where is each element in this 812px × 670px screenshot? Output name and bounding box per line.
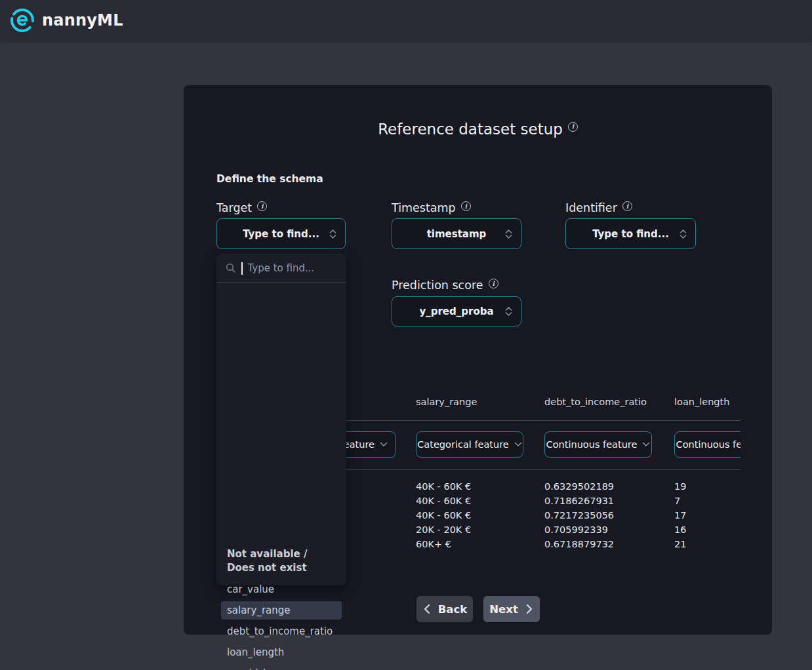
- table-cell: 0.6718879732: [544, 537, 614, 551]
- chevron-down-icon: [642, 442, 650, 447]
- target-label-row: Target i: [216, 201, 267, 214]
- back-button-label: Back: [438, 603, 467, 616]
- chevron-updown-icon: [329, 228, 337, 239]
- timestamp-select-value: timestamp: [427, 228, 487, 240]
- dropdown-item[interactable]: debt_to_income_ratio: [221, 622, 342, 640]
- table-cell: 17: [674, 508, 686, 522]
- dropdown-item[interactable]: loan_length: [221, 643, 342, 661]
- table-cell: 0.6329502189: [544, 479, 614, 494]
- table-cell: 40K - 60K €: [416, 494, 471, 508]
- table-cell: 21: [674, 537, 686, 551]
- target-label: Target: [216, 201, 252, 214]
- dropdown-item-not-available[interactable]: Not available / Does not exist: [227, 547, 329, 575]
- brand-ml: ML: [97, 11, 123, 30]
- table-cell: 16: [674, 522, 686, 537]
- next-button-label: Next: [489, 603, 518, 616]
- timestamp-info-icon[interactable]: i: [461, 201, 471, 211]
- identifier-select-value: Type to find...: [592, 228, 669, 240]
- table-cell: 60K+ €: [416, 537, 451, 551]
- dropdown-item-highlighted[interactable]: salary_range: [221, 601, 342, 620]
- table-cell: 20K - 20K €: [416, 522, 471, 537]
- feature-type-value: Continuous feature: [546, 439, 638, 450]
- feature-type-select[interactable]: Continuous feature: [674, 431, 741, 458]
- chevron-right-icon: [525, 604, 534, 614]
- dropdown-search-input[interactable]: Type to find...: [216, 254, 346, 283]
- timestamp-label-row: Timestamp i: [392, 201, 471, 214]
- prediction-score-info-icon[interactable]: i: [489, 279, 498, 288]
- feature-type-select[interactable]: Continuous feature: [544, 431, 652, 458]
- title-info-icon[interactable]: i: [568, 122, 578, 132]
- chevron-updown-icon: [504, 306, 513, 317]
- brand-nanny: nanny: [42, 11, 97, 30]
- target-dropdown-panel: Type to find... Not available / Does not…: [216, 254, 346, 585]
- prediction-score-select-value: y_pred_proba: [419, 305, 493, 317]
- search-placeholder: Type to find...: [248, 262, 315, 274]
- feature-type-select[interactable]: Categorical feature: [416, 431, 523, 458]
- identifier-select[interactable]: Type to find...: [565, 218, 696, 249]
- column-header: salary_range: [416, 397, 477, 407]
- prediction-score-label-row: Prediction score i: [392, 279, 498, 292]
- search-icon: [226, 263, 236, 273]
- table-cell: 0.705992339: [544, 522, 608, 537]
- brand-text: nannyML: [42, 11, 123, 30]
- target-select-value: Type to find...: [243, 228, 319, 240]
- text-caret: [241, 262, 243, 275]
- chevron-down-icon: [380, 442, 388, 447]
- navbar: nannyML: [0, 0, 812, 41]
- nannyml-logo-icon: [9, 7, 35, 33]
- table-cell: 0.7186267931: [544, 494, 614, 508]
- identifier-label-row: Identifier i: [565, 201, 632, 214]
- column-header: debt_to_income_ratio: [544, 397, 647, 407]
- feature-type-value: Categorical feature: [417, 439, 509, 450]
- table-cell: 0.7217235056: [544, 508, 614, 522]
- brand[interactable]: nannyML: [9, 7, 123, 33]
- column-header: loan_length: [674, 397, 729, 407]
- chevron-left-icon: [422, 604, 432, 614]
- dropdown-item[interactable]: car_value: [221, 580, 342, 599]
- page: nannyML Reference dataset setupi Define …: [0, 0, 812, 670]
- back-button[interactable]: Back: [416, 596, 473, 622]
- dropdown-item[interactable]: repaid_loan_on_prev_car: [221, 664, 342, 670]
- timestamp-label: Timestamp: [392, 201, 456, 214]
- page-title-row: Reference dataset setupi: [184, 121, 772, 138]
- next-button[interactable]: Next: [483, 596, 540, 622]
- identifier-info-icon[interactable]: i: [622, 201, 632, 211]
- table-cell: 19: [674, 479, 686, 494]
- chevron-down-icon: [514, 442, 522, 447]
- page-title: Reference dataset setup: [378, 121, 563, 138]
- table-cell: 40K - 60K €: [416, 508, 471, 522]
- timestamp-select[interactable]: timestamp: [392, 218, 521, 249]
- target-select[interactable]: Type to find...: [216, 218, 346, 249]
- prediction-score-label: Prediction score: [392, 279, 483, 292]
- feature-type-value: Continuous feature: [676, 439, 741, 450]
- prediction-score-select[interactable]: y_pred_proba: [392, 296, 521, 326]
- chevron-updown-icon: [504, 228, 513, 239]
- target-info-icon[interactable]: i: [257, 201, 267, 211]
- table-cell: 40K - 60K €: [416, 479, 471, 494]
- identifier-label: Identifier: [565, 201, 617, 214]
- section-heading: Define the schema: [216, 173, 323, 185]
- table-cell: 7: [674, 494, 680, 508]
- chevron-updown-icon: [679, 228, 687, 239]
